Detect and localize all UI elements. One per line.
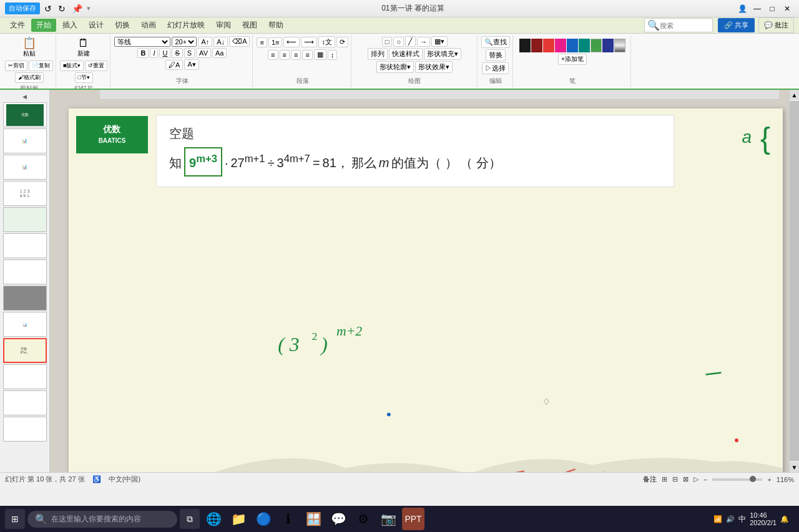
align-center-button[interactable]: ≡ — [280, 50, 290, 60]
paste-button[interactable]: 📋 粘贴 — [20, 36, 39, 59]
pen-darkblue[interactable] — [602, 39, 614, 52]
columns-button[interactable]: ▦ — [314, 49, 326, 60]
slide-thumb-5[interactable]: 5 — [2, 207, 47, 232]
minimize-button[interactable]: — — [750, 2, 764, 16]
taskbar-photos[interactable]: 📷 — [377, 508, 400, 530]
taskbar-ie[interactable]: ℹ — [277, 508, 300, 530]
view-reading-icon[interactable]: ⊠ — [683, 475, 689, 483]
slide-panel[interactable]: ◀ 1 优数 2 📊 3 📊 4 1 2 3a b c — [0, 90, 50, 472]
pen-blue[interactable] — [567, 39, 578, 52]
copy-button[interactable]: 📄复制 — [29, 60, 53, 71]
font-family-select[interactable]: 等线 — [114, 37, 170, 47]
tray-volume[interactable]: 🔊 — [726, 515, 735, 523]
pen-red[interactable] — [543, 39, 554, 52]
zoom-thumb[interactable] — [750, 476, 756, 482]
oval-button[interactable]: ○ — [393, 37, 404, 47]
line-button[interactable]: ╱ — [405, 36, 416, 47]
menu-home[interactable]: 开始 — [31, 19, 56, 32]
close-button[interactable]: ✕ — [780, 2, 794, 16]
align-justify-button[interactable]: ≡ — [302, 50, 312, 60]
menu-insert[interactable]: 插入 — [57, 19, 82, 32]
align-right-button[interactable]: ≡ — [291, 50, 301, 60]
taskbar-edge[interactable]: 🌐 — [202, 508, 225, 530]
pen-teal[interactable] — [579, 39, 590, 52]
pen-green[interactable] — [591, 39, 602, 52]
change-case-button[interactable]: Aa — [212, 48, 227, 58]
user-icon[interactable]: 👤 — [735, 2, 749, 16]
format-painter-button[interactable]: 🖌格式刷 — [15, 72, 44, 83]
indent-more-button[interactable]: ⟶ — [301, 37, 317, 47]
taskbar-windows[interactable]: 🪟 — [302, 508, 325, 530]
zoom-slider[interactable] — [712, 478, 762, 481]
add-pen-button[interactable]: +添加笔 — [558, 54, 587, 65]
notes-button[interactable]: 备注 — [643, 475, 657, 484]
scroll-up-button[interactable]: ▲ — [790, 90, 800, 100]
align-left-button[interactable]: ≡ — [268, 50, 278, 60]
menu-transitions[interactable]: 切换 — [110, 19, 135, 32]
slide-thumb-8[interactable]: 8 — [2, 286, 47, 311]
shape-fill-button[interactable]: 形状填充▾ — [424, 48, 461, 60]
zoom-out-button[interactable]: − — [703, 476, 707, 483]
redo-button[interactable]: ↻ — [56, 2, 67, 15]
problem-box[interactable]: 空题 知 9m+3 · 27m+1 ÷ 34m+7 = 81， 那么 m 的值为… — [156, 115, 674, 187]
slide-canvas[interactable]: 优数BAATICS 空题 知 9m+3 · 27m+1 ÷ 34m+7 = 81… — [69, 109, 783, 472]
search-box[interactable]: 🔍 — [644, 18, 713, 32]
start-button[interactable]: ⊞ — [5, 509, 25, 529]
arrange-button[interactable]: 排列 — [368, 48, 388, 60]
tray-notifications[interactable]: 🔔 — [780, 515, 789, 523]
reset-button[interactable]: ↺重置 — [85, 60, 107, 71]
slide-thumb-1[interactable]: 1 优数 — [2, 102, 47, 127]
maximize-button[interactable]: □ — [765, 2, 779, 16]
taskbar-chat[interactable]: 💬 — [327, 508, 350, 530]
strikethrough-button[interactable]: S — [172, 48, 182, 58]
slide-thumb-2[interactable]: 2 📊 — [2, 128, 47, 153]
slide-thumb-10[interactable]: 10 空题9^m... — [2, 338, 47, 363]
taskbar-search-input[interactable] — [51, 515, 164, 523]
slide-thumb-9[interactable]: 9 📊 — [2, 312, 47, 337]
select-button[interactable]: ▷选择 — [482, 62, 509, 74]
numbering-button[interactable]: 1≡ — [268, 37, 283, 47]
arrow-button[interactable]: → — [417, 37, 430, 47]
replace-button[interactable]: 替换 — [486, 49, 506, 61]
search-input[interactable] — [660, 22, 710, 29]
highlight-button[interactable]: 🖊A — [165, 60, 183, 70]
slide-thumb-7[interactable]: 7 — [2, 259, 47, 284]
panel-collapse[interactable]: ◀ — [1, 92, 48, 101]
zoom-in-button[interactable]: + — [767, 476, 771, 483]
rectangle-button[interactable]: □ — [382, 37, 393, 47]
slide-thumb-3[interactable]: 3 📊 — [2, 155, 47, 180]
vertical-scrollbar[interactable]: ▲ ▼ — [789, 90, 799, 472]
slide-thumb-11[interactable]: 11 — [2, 364, 47, 389]
char-spacing-button[interactable]: AV — [196, 48, 211, 58]
scroll-thumb[interactable] — [790, 101, 800, 461]
cut-button[interactable]: ✂剪切 — [5, 60, 27, 71]
slide-thumb-12[interactable]: 12 — [2, 390, 47, 415]
line-spacing-button[interactable]: ↕ — [328, 50, 338, 60]
menu-animations[interactable]: 动画 — [136, 19, 161, 32]
pen-black[interactable] — [519, 39, 531, 52]
find-button[interactable]: 🔍查找 — [481, 36, 510, 48]
share-button[interactable]: 🔗 共享 — [718, 18, 755, 32]
pen-pink[interactable] — [555, 39, 566, 52]
menu-help[interactable]: 帮助 — [263, 19, 288, 32]
view-presentation-icon[interactable]: ▷ — [694, 475, 699, 483]
new-slide-button[interactable]: 🗒 新建 — [75, 36, 92, 59]
menu-design[interactable]: 设计 — [84, 19, 109, 32]
slide-thumb-13[interactable]: 13 — [2, 417, 47, 442]
view-slide-sorter-icon[interactable]: ⊟ — [672, 475, 678, 483]
text-direction-button[interactable]: ↕文 — [318, 36, 335, 48]
comment-button[interactable]: 💬 批注 — [758, 17, 794, 33]
more-shapes-button[interactable]: ▦▾ — [431, 36, 448, 47]
autosave-button[interactable]: 自动保存 — [5, 2, 40, 14]
canvas-area[interactable]: 优数BAATICS 空题 知 9m+3 · 27m+1 ÷ 34m+7 = 81… — [50, 90, 789, 472]
tray-network[interactable]: 📶 — [713, 515, 722, 523]
undo-button[interactable]: ↺ — [42, 2, 54, 15]
task-view-button[interactable]: ⧉ — [180, 509, 200, 529]
taskbar-folder[interactable]: 📁 — [227, 508, 250, 530]
increase-font-button[interactable]: A↑ — [198, 37, 212, 47]
font-size-select[interactable]: 20+ — [172, 37, 197, 47]
shape-outline-button[interactable]: 形状轮廓▾ — [376, 61, 414, 73]
indent-less-button[interactable]: ⟵ — [283, 37, 300, 47]
layout-button[interactable]: ■版式▾ — [60, 60, 84, 71]
view-normal-icon[interactable]: ⊞ — [662, 475, 667, 483]
